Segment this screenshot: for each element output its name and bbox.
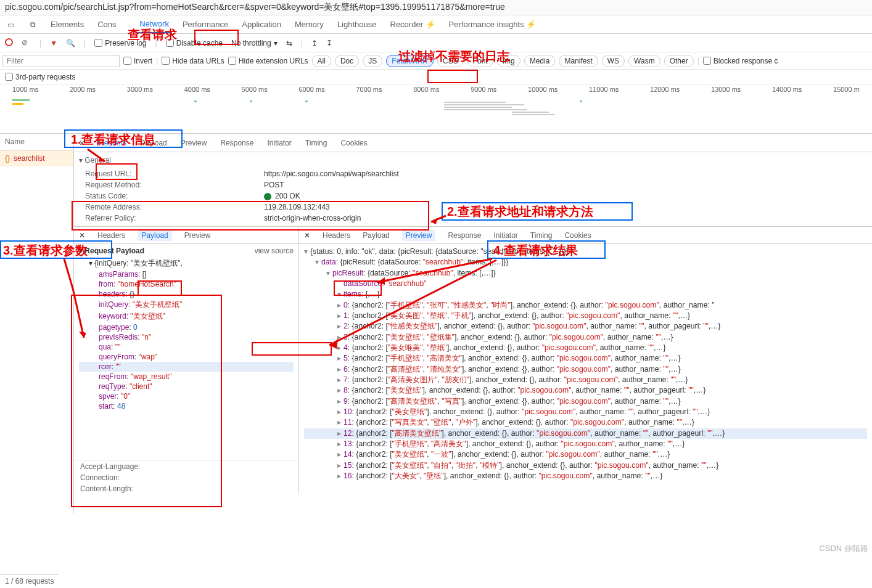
preview-item-1[interactable]: ▸1: {anchor2: ["美女美图", "壁纸", "手机"], anch… <box>304 311 867 321</box>
preserve-log-checkbox[interactable]: Preserve log <box>94 39 146 47</box>
payload-key-queryFrom[interactable]: queryFrom: "wap" <box>79 352 294 362</box>
subtab-headers[interactable]: Headers <box>97 231 125 240</box>
view-source-link[interactable]: view source <box>255 247 294 255</box>
preview-item-4[interactable]: ▸4: {anchor2: ["美女唯美", "壁纸"], anchor_ext… <box>304 343 867 353</box>
disable-cache-checkbox[interactable]: Disable cache <box>166 39 223 47</box>
third-party-checkbox[interactable]: 3rd-party requests <box>5 73 75 81</box>
tab-application[interactable]: Application <box>241 16 282 33</box>
header-connection: Connection: <box>74 472 298 483</box>
ptab-headers[interactable]: Headers <box>323 231 350 240</box>
pill-doc[interactable]: Doc <box>335 55 359 67</box>
preview-item-10[interactable]: ▸10: {anchor2: ["美女壁纸"], anchor_extend: … <box>304 407 867 417</box>
ptab-cookies[interactable]: Cookies <box>564 231 591 240</box>
url-bar[interactable]: pic.sogou.com/pic/searchList.jsp?from=ho… <box>0 0 872 15</box>
download-icon[interactable]: ↧ <box>326 39 332 47</box>
payload-key-amsParams[interactable]: amsParams: [] <box>79 269 294 279</box>
payload-key-keyword[interactable]: keyword: "美女壁纸" <box>79 311 294 322</box>
payload-key-reqFrom[interactable]: reqFrom: "wap_result" <box>79 372 294 382</box>
tab-console[interactable]: Cons <box>96 16 127 33</box>
ptab-initiator[interactable]: Initiator <box>493 231 517 240</box>
filter-icon[interactable]: ▼ <box>50 39 57 47</box>
subtab-payload[interactable]: Payload <box>138 230 171 241</box>
ptab-timing[interactable]: Timing <box>530 231 553 240</box>
hide-data-urls-checkbox[interactable]: Hide data URLs <box>162 57 224 65</box>
payload-key-qua[interactable]: qua: "" <box>79 342 294 352</box>
preview-item-2[interactable]: ▸2: {anchor2: ["性感美女壁纸"], anchor_extend:… <box>304 321 867 332</box>
payload-tree[interactable]: ▾ Request Payloadview source ▾ {initQuer… <box>74 244 298 460</box>
tab-lighthouse[interactable]: Lighthouse <box>336 16 378 33</box>
preview-item-7[interactable]: ▸7: {anchor2: ["高清美女图片", "朋友们"], anchor_… <box>304 375 867 385</box>
request-searchlist[interactable]: {} searchlist <box>0 150 73 166</box>
payload-key-reqType[interactable]: reqType: "client" <box>79 382 294 391</box>
pill-media[interactable]: Media <box>524 55 556 67</box>
preview-item-12[interactable]: ▸12: {anchor2: ["高清美女壁纸"], anchor_extend… <box>304 428 867 439</box>
pill-manifest[interactable]: Manifest <box>559 55 598 67</box>
tab-timing[interactable]: Timing <box>305 139 327 147</box>
wifi-icon[interactable]: ⇆ <box>286 39 292 47</box>
clear-icon[interactable]: ⊘ <box>22 38 31 47</box>
inspect-icon[interactable]: ▭ <box>5 20 16 29</box>
ptab-response[interactable]: Response <box>448 231 481 240</box>
preview-item-11[interactable]: ▸11: {anchor2: ["写真美女", "壁纸", "户外"], anc… <box>304 417 867 428</box>
tab-memory[interactable]: Memory <box>294 16 325 33</box>
invert-checkbox[interactable]: Invert <box>123 57 152 65</box>
pill-all[interactable]: All <box>312 55 331 67</box>
preview-item-9[interactable]: ▸9: {anchor2: ["高清美女壁纸", "写真"], anchor_e… <box>304 396 867 407</box>
close-icon[interactable]: ✕ <box>304 231 310 240</box>
subtab-preview[interactable]: Preview <box>184 231 211 240</box>
tab-initiator[interactable]: Initiator <box>267 139 291 147</box>
preview-item-16[interactable]: ▸16: {anchor2: ["大美女", "壁纸"], anchor_ext… <box>304 471 867 481</box>
payload-key-headers[interactable]: headers: {} <box>79 289 294 299</box>
ptab-payload[interactable]: Payload <box>363 231 389 240</box>
tab-recorder[interactable]: Recorder ⚡ <box>389 16 437 33</box>
payload-key-rcer[interactable]: rcer: "" <box>79 362 294 372</box>
payload-key-start[interactable]: start: 48 <box>79 401 294 411</box>
tab-response[interactable]: Response <box>220 139 253 147</box>
payload-key-prevIsRedis[interactable]: prevIsRedis: "n" <box>79 332 294 342</box>
search-icon[interactable]: 🔍 <box>66 39 75 47</box>
general-section: ▾ General Request URL:https://pic.sogou.… <box>74 152 872 226</box>
watermark: CSDN @陌路 <box>819 543 868 554</box>
ptab-preview[interactable]: Preview <box>402 230 436 241</box>
payload-key-pagetype[interactable]: pagetype: 0 <box>79 322 294 332</box>
tab-performance[interactable]: Performance <box>181 16 229 33</box>
preview-item-3[interactable]: ▸3: {anchor2: ["美女壁纸", "壁纸集"], anchor_ex… <box>304 332 867 343</box>
close-icon[interactable]: ✕ <box>79 139 85 147</box>
payload-key-from[interactable]: from: "homeHotSearch" <box>79 279 294 289</box>
pill-wasm[interactable]: Wasm <box>628 55 660 67</box>
tab-perf-insights[interactable]: Performance insights ⚡ <box>448 16 538 33</box>
preview-tree[interactable]: ▾{status: 0, info: "ok", data: {picResul… <box>299 244 872 494</box>
pill-fetch-xhr[interactable]: Fetch/XHR <box>386 55 434 67</box>
throttling-select[interactable]: No throttling ▾ <box>231 39 278 47</box>
tab-headers[interactable]: Headers <box>99 139 126 147</box>
hide-ext-urls-checkbox[interactable]: Hide extension URLs <box>228 57 308 65</box>
tab-payload[interactable]: Payload <box>140 139 167 147</box>
tab-preview[interactable]: Preview <box>181 139 207 147</box>
payload-key-spver[interactable]: spver: "0" <box>79 391 294 401</box>
tab-network[interactable]: Network <box>138 15 170 33</box>
preview-item-6[interactable]: ▸6: {anchor2: ["高清壁纸", "清纯美女"], anchor_e… <box>304 364 867 375</box>
blocked-response-checkbox[interactable]: Blocked response c <box>703 57 778 65</box>
preview-item-0[interactable]: ▸0: {anchor2: ["手机壁纸", "张可", "性感美女", "时尚… <box>304 300 867 311</box>
pill-font[interactable]: Font <box>467 55 493 67</box>
general-header[interactable]: ▾ General <box>79 155 867 168</box>
preview-item-15[interactable]: ▸15: {anchor2: ["美女壁纸", "自拍", "街拍", "模特"… <box>304 460 867 471</box>
pill-ws[interactable]: WS <box>602 55 625 67</box>
pill-css[interactable]: CSS <box>437 55 464 67</box>
tab-cookies[interactable]: Cookies <box>340 139 367 147</box>
upload-icon[interactable]: ↥ <box>311 39 318 47</box>
close-icon[interactable]: ✕ <box>79 231 85 240</box>
payload-key-initQuery[interactable]: initQuery: "美女手机壁纸" <box>79 299 294 311</box>
record-icon[interactable] <box>5 38 13 48</box>
device-icon[interactable]: ⧉ <box>27 20 38 29</box>
preview-item-8[interactable]: ▸8: {anchor2: ["美女壁纸"], anchor_extend: {… <box>304 385 867 396</box>
timeline[interactable]: 1000 ms2000 ms3000 ms4000 ms5000 ms6000 … <box>0 84 872 134</box>
filter-input[interactable] <box>2 55 120 67</box>
preview-item-14[interactable]: ▸14: {anchor2: ["美女壁纸", "一波"], anchor_ex… <box>304 449 867 460</box>
pill-js[interactable]: JS <box>363 55 382 67</box>
preview-item-13[interactable]: ▸13: {anchor2: ["手机壁纸", "高清美女"], anchor_… <box>304 439 867 449</box>
pill-img[interactable]: Img <box>497 55 520 67</box>
preview-item-5[interactable]: ▸5: {anchor2: ["手机壁纸", "高清美女"], anchor_e… <box>304 353 867 364</box>
pill-other[interactable]: Other <box>664 55 694 67</box>
tab-elements[interactable]: Elements <box>49 16 85 33</box>
